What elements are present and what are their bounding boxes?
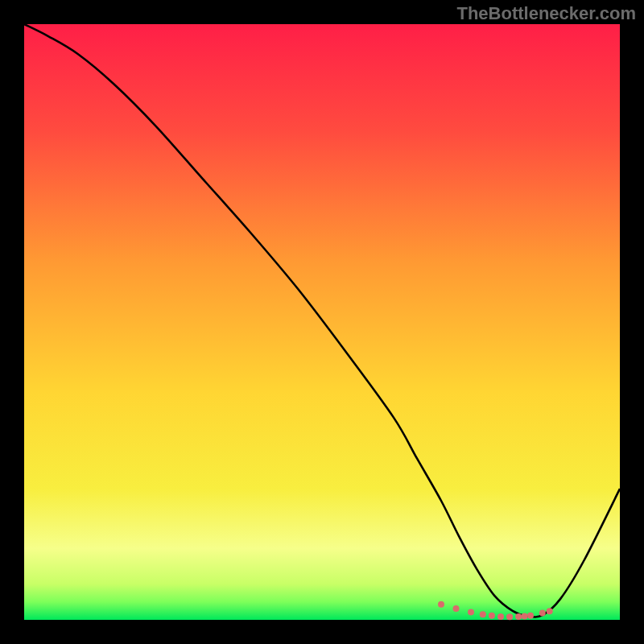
- optimal-point: [438, 601, 444, 608]
- optimal-point: [453, 605, 460, 612]
- optimal-point: [527, 613, 534, 619]
- optimal-point: [489, 613, 495, 619]
- attribution-label: TheBottlenecker.com: [456, 3, 636, 24]
- chart-svg: [0, 0, 644, 644]
- optimal-point: [497, 613, 504, 620]
- plot-background: [24, 24, 620, 620]
- optimal-point: [506, 613, 513, 620]
- optimal-point: [522, 613, 528, 620]
- optimal-point: [547, 608, 553, 614]
- optimal-point: [468, 609, 474, 615]
- optimal-point: [539, 609, 546, 616]
- chart-container: TheBottlenecker.com: [0, 0, 644, 644]
- optimal-point: [515, 613, 522, 620]
- optimal-point: [480, 611, 486, 617]
